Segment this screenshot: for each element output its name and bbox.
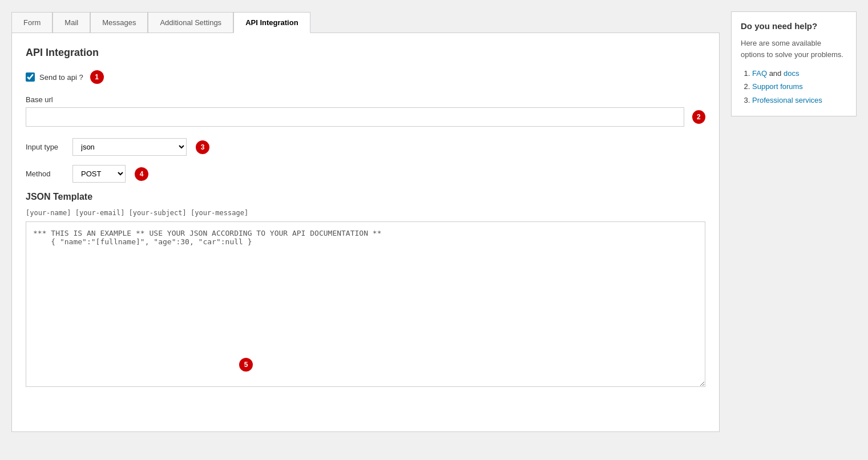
tab-bar: Form Mail Messages Additional Settings A…	[11, 11, 720, 33]
professional-services-link[interactable]: Professional services	[752, 96, 822, 104]
help-item-faq-docs: FAQ and docs	[752, 67, 847, 80]
and-separator: and	[769, 69, 784, 78]
badge-2: 2	[692, 110, 705, 124]
help-item-professional: Professional services	[752, 94, 847, 107]
tab-additional-settings[interactable]: Additional Settings	[148, 12, 233, 33]
input-type-row: Input type json form-data x-www-form-url…	[26, 138, 705, 156]
main-content: Form Mail Messages Additional Settings A…	[11, 11, 720, 449]
api-integration-panel: API Integration Send to api ? 1 Base url…	[11, 33, 720, 432]
method-label: Method	[26, 170, 66, 178]
send-to-api-checkbox[interactable]	[26, 72, 35, 82]
json-template-textarea[interactable]: *** THIS IS AN EXAMPLE ** USE YOUR JSON …	[26, 221, 705, 387]
input-type-label: Input type	[26, 143, 66, 151]
badge-1: 1	[90, 70, 104, 84]
help-text: Here are some available options to solve…	[741, 38, 847, 60]
json-template-title: JSON Template	[26, 192, 705, 202]
badge-3: 3	[196, 140, 209, 154]
base-url-group: Base url 2	[26, 95, 705, 127]
tab-form[interactable]: Form	[11, 12, 53, 33]
input-type-select[interactable]: json form-data x-www-form-urlencoded	[72, 138, 187, 156]
badge-5: 5	[239, 358, 253, 372]
faq-link[interactable]: FAQ	[752, 69, 767, 78]
help-title: Do you need help?	[741, 21, 847, 31]
panel-title: API Integration	[26, 47, 705, 59]
send-to-api-label: Send to api ?	[39, 73, 83, 82]
help-item-support: Support forums	[752, 80, 847, 93]
badge-4: 4	[135, 167, 148, 181]
base-url-label: Base url	[26, 95, 705, 104]
template-tags: [your-name] [your-email] [your-subject] …	[26, 209, 705, 217]
tab-mail[interactable]: Mail	[53, 12, 90, 33]
tab-api-integration[interactable]: API Integration	[233, 12, 310, 33]
base-url-input[interactable]	[26, 107, 684, 127]
tab-messages[interactable]: Messages	[90, 12, 148, 33]
docs-link[interactable]: docs	[784, 69, 799, 78]
send-to-api-row: Send to api ? 1	[26, 70, 705, 84]
sidebar: Do you need help? Here are some availabl…	[731, 11, 857, 449]
support-forums-link[interactable]: Support forums	[752, 82, 803, 91]
help-box: Do you need help? Here are some availabl…	[731, 11, 857, 116]
method-row: Method POST GET PUT PATCH DELETE 4	[26, 165, 705, 183]
help-links-list: FAQ and docs Support forums Professional…	[741, 67, 847, 107]
json-template-group: JSON Template [your-name] [your-email] […	[26, 192, 705, 389]
method-select[interactable]: POST GET PUT PATCH DELETE	[72, 165, 126, 183]
